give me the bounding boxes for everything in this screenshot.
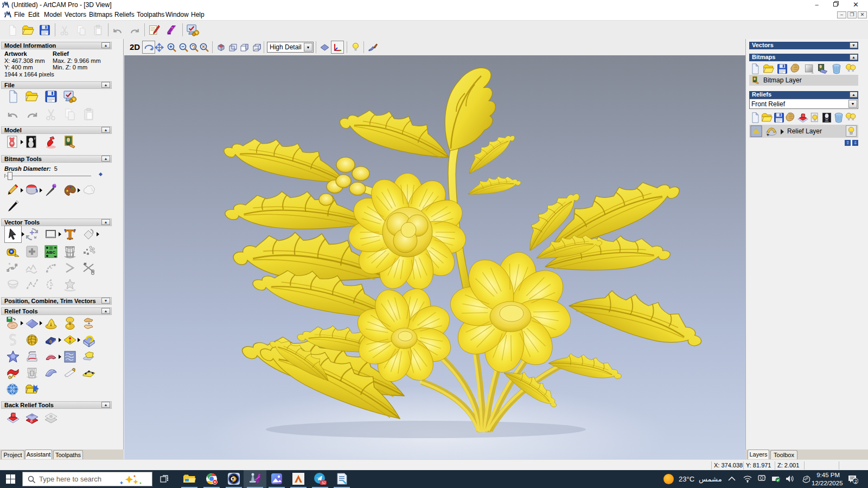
svg-text:2: 2 <box>854 479 857 484</box>
svg-text:.52: .52 <box>321 481 326 485</box>
svg-text:+: + <box>767 132 770 137</box>
svg-text:b: b <box>30 419 33 423</box>
svg-text:ABC: ABC <box>46 250 56 255</box>
svg-text:T: T <box>34 137 36 140</box>
svg-text:b: b <box>49 339 52 344</box>
